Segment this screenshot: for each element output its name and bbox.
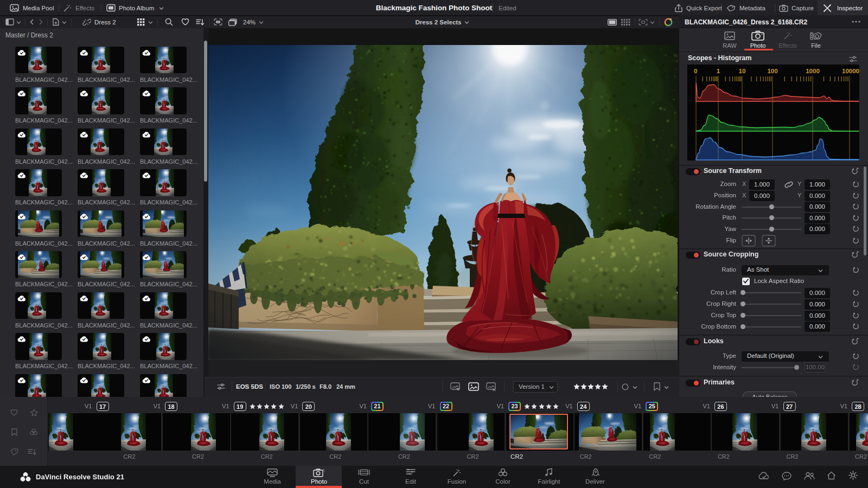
svg-text:1: 1 [717,68,720,74]
svg-text:100: 100 [767,68,777,74]
svg-text:10000: 10000 [842,68,859,74]
svg-text:0: 0 [694,68,697,74]
svg-text:1000: 1000 [806,68,820,74]
svg-text:10: 10 [739,68,746,74]
